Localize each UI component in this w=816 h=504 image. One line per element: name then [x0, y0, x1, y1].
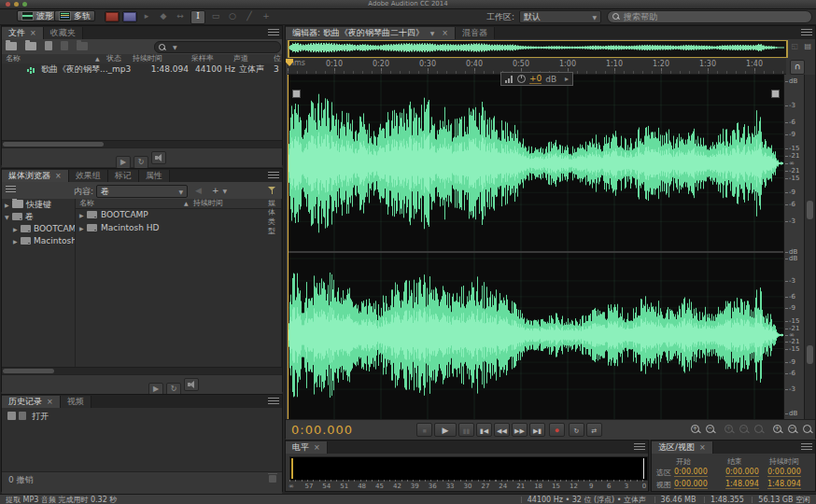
close-icon[interactable]: ×: [55, 172, 62, 180]
move-tool-icon[interactable]: ▸: [140, 10, 153, 22]
column-bit[interactable]: 位: [274, 54, 281, 63]
panel-menu-icon[interactable]: [801, 29, 812, 36]
headphones-monitor-icon[interactable]: ∩: [790, 60, 805, 75]
import-file-icon[interactable]: [45, 41, 52, 50]
play-button[interactable]: ▶: [434, 423, 457, 437]
current-time-display[interactable]: 0:00.000: [291, 423, 353, 437]
sort-ascending-icon[interactable]: ▲: [95, 54, 100, 63]
tab-properties[interactable]: 属性: [139, 170, 170, 182]
list-view-icon[interactable]: [6, 186, 16, 194]
trash-icon[interactable]: [269, 475, 276, 483]
help-search-input[interactable]: 搜索帮助: [607, 10, 812, 23]
tab-favorites[interactable]: 收藏夹: [44, 27, 83, 39]
skip-to-end-button[interactable]: ▶▮: [529, 423, 545, 437]
scroll-thumb[interactable]: [807, 201, 813, 219]
right-channel-handle[interactable]: [771, 90, 780, 98]
zoom-out-amplitude-button[interactable]: −: [786, 424, 800, 436]
tab-mixer[interactable]: 混音器: [456, 27, 495, 39]
stop-button[interactable]: ■: [416, 423, 432, 437]
column-duration[interactable]: 持续时间: [133, 54, 162, 63]
fast-forward-button[interactable]: ▶▶: [512, 423, 528, 437]
expand-icon[interactable]: ▶: [13, 223, 21, 235]
open-file-icon[interactable]: [6, 42, 17, 50]
rewind-button[interactable]: ◀◀: [494, 423, 510, 437]
multitrack-view-button[interactable]: 多轨: [54, 10, 95, 21]
panel-menu-icon[interactable]: [268, 172, 279, 179]
tab-video[interactable]: 视频: [61, 396, 91, 408]
trash-icon[interactable]: [77, 42, 88, 50]
hud-gain-value[interactable]: +0: [529, 74, 542, 84]
selection-duration-value[interactable]: 1:48.094: [767, 480, 801, 489]
tab-editor[interactable]: 编辑器: 歌曲《夜的钢琴曲二十四》 ▼ ×: [286, 27, 456, 39]
files-search-input[interactable]: ▼: [154, 41, 281, 53]
media-row[interactable]: ▶BOOTCAMP: [76, 208, 281, 221]
skip-selection-button[interactable]: ⇄: [586, 423, 602, 437]
tree-item[interactable]: ▶BOOTCAM: [2, 223, 75, 235]
tab-files[interactable]: 文件×: [2, 27, 44, 39]
overview-navigator[interactable]: [288, 40, 788, 58]
zoom-to-selection-button[interactable]: [753, 424, 767, 436]
tab-selection-view[interactable]: 选区/视图×: [652, 441, 713, 454]
tree-item[interactable]: ▶Macintosh: [2, 235, 75, 247]
column-channels[interactable]: 声道: [233, 54, 248, 63]
column-name[interactable]: 名称: [6, 54, 21, 63]
waveform-view-button[interactable]: 波形: [17, 10, 58, 21]
zoom-out-button[interactable]: −: [704, 424, 718, 436]
skip-to-start-button[interactable]: ▮◀: [476, 423, 492, 437]
tree-item[interactable]: ▶快捷键: [2, 199, 75, 211]
expand-icon[interactable]: ▶: [79, 222, 87, 235]
pin-icon[interactable]: ▸: [565, 75, 569, 83]
razor-tool-icon[interactable]: ◆: [157, 10, 170, 22]
paintbrush-tool-icon[interactable]: ╱: [243, 10, 256, 22]
import-folder-icon[interactable]: [25, 42, 36, 50]
expand-icon[interactable]: ▶: [13, 235, 21, 247]
spot-healing-brush-tool-icon[interactable]: +: [260, 10, 273, 22]
column-status[interactable]: 状态: [106, 54, 121, 63]
tab-effects-rack[interactable]: 效果组: [69, 170, 108, 182]
time-selection-tool-icon[interactable]: I: [190, 10, 205, 24]
close-icon[interactable]: ×: [30, 29, 36, 37]
column-duration[interactable]: 持续时间: [193, 199, 223, 208]
media-row[interactable]: ▶Macintosh HD: [76, 221, 281, 234]
panel-menu-icon[interactable]: [268, 29, 279, 36]
zoom-full-button[interactable]: [801, 424, 815, 436]
tab-markers[interactable]: 标记: [108, 170, 139, 182]
add-shortcut-icon[interactable]: +▼: [212, 186, 227, 195]
history-entry[interactable]: 打开: [2, 408, 282, 423]
tree-item[interactable]: ▼卷: [2, 211, 75, 223]
slip-tool-icon[interactable]: ↔: [174, 10, 187, 22]
tab-history[interactable]: 历史记录×: [2, 396, 61, 408]
file-row[interactable]: 歌曲《夜的钢琴..._mp3 1:48.094 44100 Hz 立体声 3: [2, 63, 282, 76]
left-channel-handle[interactable]: [292, 90, 301, 98]
selection-start-value[interactable]: 0:00.000: [674, 468, 708, 477]
overview-options-icon[interactable]: ▤: [804, 42, 811, 50]
selection-start-value[interactable]: 0:00.000: [674, 480, 708, 489]
spectral-pitch-display-button[interactable]: [122, 11, 137, 22]
close-icon[interactable]: ×: [699, 443, 706, 452]
scroll-thumb[interactable]: [807, 345, 813, 364]
close-icon[interactable]: ×: [314, 443, 320, 452]
filter-icon[interactable]: [268, 186, 276, 194]
expand-icon[interactable]: ▶: [5, 199, 12, 211]
column-sample-rate[interactable]: 采样率: [191, 54, 214, 63]
tab-levels[interactable]: 电平×: [286, 441, 328, 454]
amplitude-zoom-scrollbar[interactable]: [804, 75, 815, 419]
selection-end-value[interactable]: 1:48.094: [725, 480, 759, 489]
record-button[interactable]: ●: [549, 423, 565, 437]
zoom-in-amplitude-button[interactable]: +: [771, 424, 785, 436]
auto-play-button[interactable]: [184, 378, 199, 391]
close-icon[interactable]: ×: [47, 398, 53, 406]
collapse-icon[interactable]: ▼: [5, 211, 12, 223]
zoom-in-button[interactable]: +: [689, 424, 703, 436]
content-dropdown[interactable]: 卷 ▼: [96, 185, 188, 198]
selection-duration-value[interactable]: 0:00.000: [767, 468, 801, 477]
selection-end-value[interactable]: 0:00.000: [725, 468, 759, 477]
marquee-selection-tool-icon[interactable]: ▭: [209, 10, 222, 22]
panel-menu-icon[interactable]: [801, 443, 812, 451]
panel-menu-icon[interactable]: [268, 398, 279, 405]
new-file-icon[interactable]: [61, 41, 68, 50]
lasso-selection-tool-icon[interactable]: ○: [226, 10, 239, 22]
auto-play-button[interactable]: [151, 151, 166, 164]
zoom-out-time-button[interactable]: −: [738, 424, 752, 436]
column-name[interactable]: 名称: [79, 199, 94, 208]
